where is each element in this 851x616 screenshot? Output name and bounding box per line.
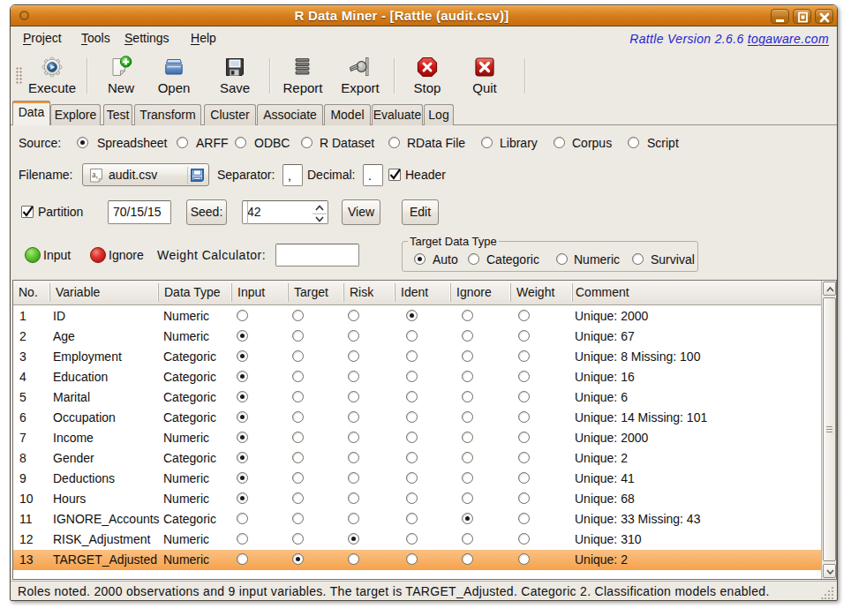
svg-text:a,: a, — [92, 170, 98, 179]
